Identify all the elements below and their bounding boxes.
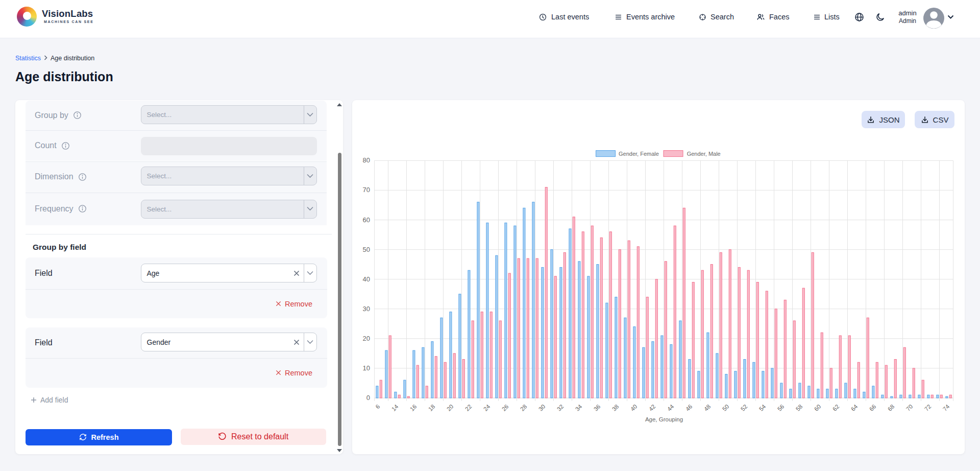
svg-text:20: 20 bbox=[446, 403, 455, 412]
svg-text:44: 44 bbox=[666, 403, 675, 412]
svg-text:40: 40 bbox=[629, 403, 639, 412]
svg-text:60: 60 bbox=[363, 216, 370, 224]
svg-text:6: 6 bbox=[374, 403, 381, 410]
svg-text:62: 62 bbox=[831, 403, 841, 412]
svg-text:30: 30 bbox=[537, 403, 547, 412]
svg-text:64: 64 bbox=[850, 403, 859, 412]
svg-text:16: 16 bbox=[409, 403, 418, 412]
svg-text:0: 0 bbox=[366, 394, 370, 402]
svg-text:72: 72 bbox=[923, 403, 933, 412]
svg-text:Gender, Male: Gender, Male bbox=[687, 151, 721, 157]
svg-text:30: 30 bbox=[363, 305, 370, 313]
svg-text:68: 68 bbox=[887, 403, 896, 412]
svg-text:60: 60 bbox=[813, 403, 822, 412]
svg-text:14: 14 bbox=[390, 403, 400, 412]
svg-text:46: 46 bbox=[684, 403, 694, 412]
svg-text:24: 24 bbox=[482, 403, 492, 412]
svg-text:66: 66 bbox=[868, 403, 877, 412]
svg-text:80: 80 bbox=[363, 156, 370, 164]
svg-text:Age, Grouping: Age, Grouping bbox=[645, 416, 683, 422]
svg-text:32: 32 bbox=[556, 403, 565, 412]
svg-text:40: 40 bbox=[363, 275, 370, 283]
svg-text:42: 42 bbox=[648, 403, 657, 412]
svg-text:38: 38 bbox=[611, 403, 620, 412]
svg-text:18: 18 bbox=[427, 403, 436, 412]
svg-text:Gender, Female: Gender, Female bbox=[619, 151, 659, 157]
svg-text:36: 36 bbox=[593, 403, 602, 412]
svg-text:26: 26 bbox=[501, 403, 510, 412]
svg-text:28: 28 bbox=[519, 403, 528, 412]
svg-text:74: 74 bbox=[942, 403, 951, 412]
svg-text:56: 56 bbox=[776, 403, 786, 412]
svg-text:50: 50 bbox=[363, 246, 370, 253]
svg-text:10: 10 bbox=[363, 364, 370, 372]
svg-text:22: 22 bbox=[464, 403, 473, 412]
svg-text:20: 20 bbox=[363, 335, 370, 342]
svg-text:48: 48 bbox=[703, 403, 712, 412]
svg-text:52: 52 bbox=[740, 403, 749, 412]
svg-text:54: 54 bbox=[758, 403, 767, 412]
svg-text:70: 70 bbox=[905, 403, 914, 412]
svg-text:34: 34 bbox=[574, 403, 583, 412]
svg-text:50: 50 bbox=[721, 403, 730, 412]
svg-text:70: 70 bbox=[363, 186, 370, 194]
svg-text:58: 58 bbox=[795, 403, 804, 412]
